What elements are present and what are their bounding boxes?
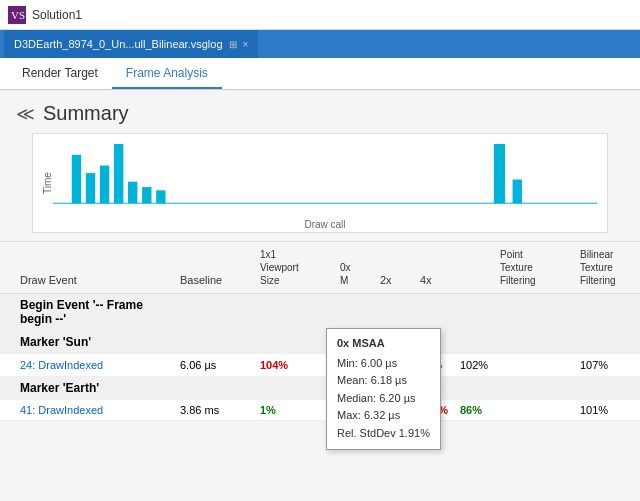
draw-41-baseline: 3.86 ms bbox=[176, 404, 256, 416]
draw-24-link[interactable]: 24: DrawIndexed bbox=[16, 359, 176, 371]
draw-24-2x: 94% bbox=[376, 359, 416, 371]
svg-rect-8 bbox=[142, 187, 151, 203]
close-icon[interactable]: × bbox=[243, 39, 249, 50]
summary-header: ≪ Summary bbox=[0, 90, 640, 133]
draw-41-bilinear: 101% bbox=[576, 404, 640, 416]
draw-24-4x: 98% bbox=[416, 359, 456, 371]
file-tab-label: D3DEarth_8974_0_Un...ull_Bilinear.vsglog bbox=[14, 38, 223, 50]
draw-24-viewport: 104% bbox=[256, 359, 336, 371]
table-row[interactable]: 41: DrawIndexed 3.86 ms 1% 100% 161% 170… bbox=[0, 400, 640, 421]
col-point: PointTextureFiltering bbox=[496, 248, 576, 287]
col-bilinear: BilinearTextureFiltering bbox=[576, 248, 640, 287]
chart-svg bbox=[53, 144, 597, 214]
draw-41-link[interactable]: 41: DrawIndexed bbox=[16, 404, 176, 416]
svg-rect-10 bbox=[494, 144, 505, 203]
table-row: Marker 'Sun' bbox=[0, 331, 640, 354]
table-row: Begin Event '-- Frame begin --' bbox=[0, 294, 640, 331]
draw-24-blank: 102% bbox=[456, 359, 496, 371]
main-content: ≪ Summary Draw c bbox=[0, 90, 640, 501]
col-baseline: Baseline bbox=[176, 273, 256, 287]
chart-outer: Draw call Time 0x MSAA Min: 6.00 µs Mean… bbox=[16, 133, 624, 233]
col-viewport: 1x1ViewportSize bbox=[256, 248, 336, 287]
svg-rect-11 bbox=[513, 180, 522, 204]
svg-rect-3 bbox=[72, 155, 81, 203]
file-tab[interactable]: D3DEarth_8974_0_Un...ull_Bilinear.vsglog… bbox=[4, 30, 259, 58]
sub-tabs: Render Target Frame Analysis bbox=[0, 58, 640, 90]
draw-41-4x: 170% bbox=[416, 404, 456, 416]
table-header: Draw Event Baseline 1x1ViewportSize 0xM … bbox=[0, 242, 640, 294]
title-text: Solution1 bbox=[32, 8, 82, 22]
marker-sun-label: Marker 'Sun' bbox=[16, 335, 176, 349]
marker-earth-label: Marker 'Earth' bbox=[16, 381, 176, 395]
tab-bar: D3DEarth_8974_0_Un...ull_Bilinear.vsglog… bbox=[0, 30, 640, 58]
tooltip-line-4: Rel. StdDev 1.91% bbox=[337, 425, 430, 443]
tab-render-target[interactable]: Render Target bbox=[8, 58, 112, 89]
chart-x-label: Draw call bbox=[53, 217, 597, 234]
draw-41-blank: 86% bbox=[456, 404, 496, 416]
draw-41-0x: 100% bbox=[336, 404, 376, 416]
collapse-icon[interactable]: ≪ bbox=[16, 105, 35, 123]
table-row: Marker 'Earth' bbox=[0, 377, 640, 400]
col-2x: 2x bbox=[376, 273, 416, 287]
draw-24-baseline: 6.06 µs bbox=[176, 359, 256, 371]
col-0x: 0xM bbox=[336, 261, 376, 287]
summary-title: Summary bbox=[43, 102, 129, 125]
tab-frame-analysis[interactable]: Frame Analysis bbox=[112, 58, 222, 89]
draw-41-viewport: 1% bbox=[256, 404, 336, 416]
draw-24-0x: 102% bbox=[336, 358, 376, 372]
svg-rect-7 bbox=[128, 182, 137, 204]
chart-wrapper: Draw call bbox=[53, 144, 597, 234]
vs-logo-icon: VS bbox=[8, 6, 26, 24]
svg-text:VS: VS bbox=[11, 9, 25, 21]
table-container: Draw Event Baseline 1x1ViewportSize 0xM … bbox=[0, 241, 640, 421]
chart-y-label: Time bbox=[42, 172, 53, 194]
chart-area: Draw call Time bbox=[32, 133, 608, 233]
draw-41-2x: 161% bbox=[376, 404, 416, 416]
svg-rect-6 bbox=[114, 144, 123, 203]
col-4x: 4x bbox=[416, 273, 456, 287]
pin-icon: ⊞ bbox=[229, 39, 237, 50]
svg-rect-4 bbox=[86, 173, 95, 203]
col-draw-event: Draw Event bbox=[16, 273, 176, 287]
begin-event-label: Begin Event '-- Frame begin --' bbox=[16, 298, 176, 326]
title-bar: VS Solution1 bbox=[0, 0, 640, 30]
svg-rect-9 bbox=[156, 190, 165, 203]
svg-rect-5 bbox=[100, 166, 109, 204]
table-row[interactable]: 24: DrawIndexed 6.06 µs 104% 102% 94% 98… bbox=[0, 354, 640, 377]
draw-24-bilinear: 107% bbox=[576, 359, 640, 371]
